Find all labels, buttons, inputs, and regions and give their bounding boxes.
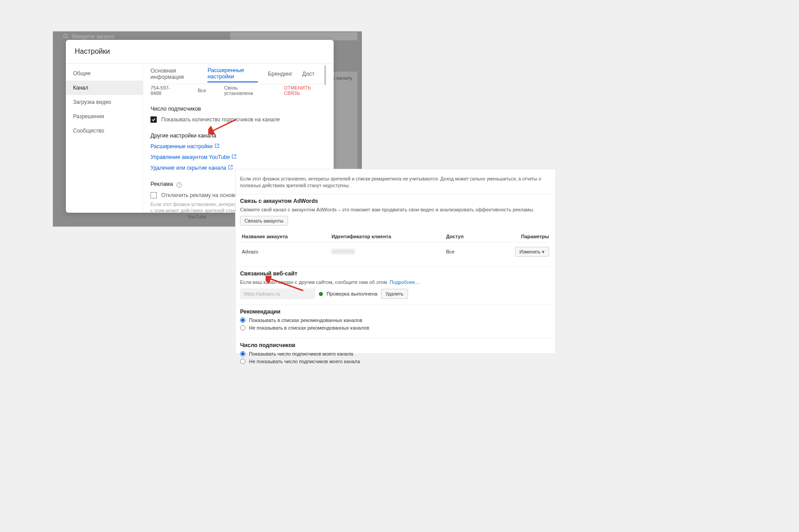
bg-toolbar-strip: [230, 32, 357, 40]
external-link-icon: [232, 154, 236, 160]
reco-opt-show[interactable]: Показывать в списках рекомендованных кан…: [240, 317, 551, 323]
svg-line-1: [66, 37, 68, 39]
annotation-arrow-2: [266, 276, 305, 292]
external-link-icon: [228, 165, 233, 171]
col-client-id: Идентификатор клиента: [330, 231, 444, 242]
recommendations-heading: Рекомендации: [240, 309, 551, 315]
svg-line-2: [211, 120, 236, 132]
sidebar-item-community[interactable]: Сообщество: [66, 124, 143, 138]
access-all: Все: [198, 88, 206, 93]
col-access: Доступ: [444, 231, 482, 242]
sidebar-item-general[interactable]: Общие: [66, 66, 143, 81]
sidebar-item-permissions[interactable]: Разрешения: [66, 109, 143, 124]
cell-access: Все: [444, 242, 482, 262]
col-account-name: Название аккаунта: [240, 231, 330, 242]
checkbox-disable-ads[interactable]: [150, 192, 157, 198]
checkbox-disable-ads-label: Отключить рекламу на основе ин: [161, 192, 245, 198]
tab-advanced[interactable]: Расширенные настройки: [207, 65, 258, 82]
modal-sidebar: Общие Канал Загрузка видео Разрешения Со…: [66, 64, 143, 213]
radio-reco-hide[interactable]: [240, 325, 245, 330]
modal-title: Настройки: [66, 40, 334, 64]
sidebar-item-upload[interactable]: Загрузка видео: [66, 95, 143, 109]
table-row: Advazo Все Изменить: [240, 242, 551, 262]
linked-phone-row: 754-597-8488 Все Связь установлена ОТМЕН…: [150, 85, 326, 96]
svg-line-3: [268, 278, 303, 291]
link-status: Связь установлена: [224, 85, 266, 96]
learn-more-link[interactable]: Подробнее...: [390, 279, 419, 285]
top-fine-print: Если этот флажок установлен, интересы зр…: [240, 176, 551, 189]
scrollbar-thumb[interactable]: [324, 65, 326, 85]
link-advanced-settings[interactable]: Расширенные настройки: [150, 143, 326, 150]
subs-heading: Число подписчиков: [240, 342, 551, 348]
svg-point-0: [64, 34, 67, 38]
adwords-accounts-table: Название аккаунта Идентификатор клиента …: [240, 231, 551, 261]
tab-access[interactable]: Дост: [302, 69, 315, 79]
cell-client-id: [330, 242, 444, 262]
adwords-sub: Свяжите свой канал с аккаунтом AdWords –…: [240, 207, 551, 212]
tab-branding[interactable]: Брендинг: [268, 69, 292, 79]
tabs: Основная информация Расширенные настройк…: [150, 64, 326, 84]
link-accounts-button[interactable]: Связать аккаунты: [240, 216, 288, 226]
bg-search-hint: Введите запрос: [63, 33, 115, 40]
linked-site-sub: Если ваш канал связан с другим сайтом, с…: [240, 279, 388, 285]
subs-opt-show[interactable]: Показывать число подписчиков моего канал…: [240, 351, 551, 356]
external-link-icon: [215, 143, 219, 150]
reco-opt-hide[interactable]: Не показывать в списках рекомендованных …: [240, 325, 551, 330]
checkbox-show-subs[interactable]: [150, 116, 157, 123]
subs-opt-hide[interactable]: Не показывать число подписчиков моего ка…: [240, 359, 551, 364]
annotation-arrow-1: [208, 118, 237, 134]
col-params: Параметры: [482, 231, 551, 242]
delete-site-button[interactable]: Удалить: [381, 289, 408, 299]
radio-subs-show[interactable]: [240, 351, 245, 356]
verified-label: Проверка выполнена: [326, 291, 378, 296]
edit-button[interactable]: Изменить: [515, 247, 549, 257]
phone-number: 754-597-8488: [150, 85, 180, 96]
bg-youtube-label: YouTube: [187, 214, 206, 219]
cancel-link-button[interactable]: ОТМЕНИТЬ СВЯЗЬ: [284, 85, 326, 96]
cell-account-name: Advazo: [240, 242, 330, 262]
subscribers-heading: Число подписчиков: [150, 106, 326, 112]
tab-basic-info[interactable]: Основная информация: [150, 66, 198, 82]
help-icon[interactable]: ?: [176, 182, 182, 188]
radio-subs-hide[interactable]: [240, 359, 245, 364]
radio-reco-show[interactable]: [240, 317, 245, 323]
status-dot-icon: [319, 292, 323, 296]
other-settings-heading: Другие настройки канала: [150, 133, 326, 139]
sidebar-item-channel[interactable]: Канал: [66, 81, 143, 95]
link-manage-account[interactable]: Управление аккаунтом YouTube: [150, 154, 326, 160]
advanced-settings-panel: Если этот флажок установлен, интересы зр…: [235, 169, 556, 354]
adwords-heading: Связь с аккаунтом AdWords: [240, 198, 551, 204]
